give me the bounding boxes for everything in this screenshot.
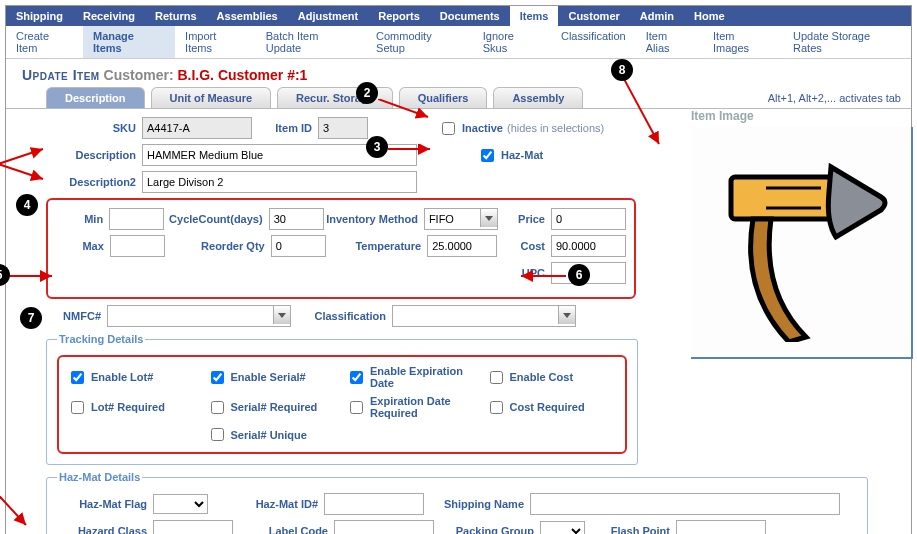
nmfc-input[interactable]	[107, 305, 291, 327]
chevron-down-icon[interactable]	[273, 306, 290, 324]
tab-unit-of-measure[interactable]: Unit of Measure	[151, 87, 272, 108]
price-label: Price	[498, 213, 551, 225]
tab-body: 1 2 3 4 5 6 7 8 9 SKU Item ID Inactive (…	[6, 109, 911, 534]
description-label: Description	[46, 149, 142, 161]
hazmat-label: Haz-Mat	[501, 149, 543, 161]
item-image-slot[interactable]	[691, 127, 913, 359]
cyclecount-input[interactable]	[269, 208, 324, 230]
sub-nav: Create ItemManage ItemsImport ItemsBatch…	[6, 26, 911, 59]
subnav-batch-item-update[interactable]: Batch Item Update	[256, 26, 366, 58]
hazmat-flash-input[interactable]	[676, 520, 766, 534]
hazmat-labelcode-label: Label Code	[233, 525, 334, 534]
hazmat-legend: Haz-Mat Details	[57, 471, 142, 483]
hazmat-flag-label: Haz-Mat Flag	[57, 498, 153, 510]
hazmat-checkbox[interactable]: Haz-Mat	[477, 146, 543, 165]
topnav-documents[interactable]: Documents	[430, 6, 510, 26]
topnav-shipping[interactable]: Shipping	[6, 6, 73, 26]
callout-6: 6	[568, 264, 590, 286]
hazmat-labelcode-input[interactable]	[334, 520, 434, 534]
subnav-import-items[interactable]: Import Items	[175, 26, 256, 58]
sku-label: SKU	[46, 122, 142, 134]
subnav-manage-items[interactable]: Manage Items	[83, 26, 175, 58]
max-label: Max	[56, 240, 110, 252]
nmfc-label: NMFC#	[46, 310, 107, 322]
topnav-assemblies[interactable]: Assemblies	[207, 6, 288, 26]
hazmat-ship-input[interactable]	[530, 493, 840, 515]
serial-required-checkbox[interactable]: Serial# Required	[207, 395, 339, 419]
subnav-commodity-setup[interactable]: Commodity Setup	[366, 26, 473, 58]
page-title-main: Update Item	[22, 67, 100, 83]
min-input[interactable]	[109, 208, 164, 230]
topnav-reports[interactable]: Reports	[368, 6, 430, 26]
svg-line-7	[0, 487, 26, 525]
itemid-input[interactable]	[318, 117, 368, 139]
sku-input[interactable]	[142, 117, 252, 139]
cost-input[interactable]	[551, 235, 626, 257]
tab-hint: Alt+1, Alt+2,... activates tab	[758, 88, 911, 108]
topnav-receiving[interactable]: Receiving	[73, 6, 145, 26]
hazmat-flag-select[interactable]	[153, 494, 208, 514]
enable-cost-checkbox[interactable]: Enable Cost	[486, 365, 618, 389]
enable-lot-checkbox[interactable]: Enable Lot#	[67, 365, 199, 389]
subnav-item-images[interactable]: Item Images	[703, 26, 783, 58]
cyclecount-label: CycleCount(days)	[164, 213, 269, 225]
max-input[interactable]	[110, 235, 165, 257]
classification-input[interactable]	[392, 305, 576, 327]
subnav-update-storage-rates[interactable]: Update Storage Rates	[783, 26, 911, 58]
inv-method-dropdown[interactable]	[424, 208, 498, 230]
hazmat-class-input[interactable]	[153, 520, 233, 534]
subnav-create-item[interactable]: Create Item	[6, 26, 83, 58]
min-label: Min	[56, 213, 109, 225]
inactive-label: Inactive	[462, 122, 503, 134]
subnav-item-alias[interactable]: Item Alias	[636, 26, 703, 58]
inv-method-label: Inventory Method	[324, 213, 424, 225]
inactive-hint: (hides in selections)	[507, 122, 604, 134]
temp-input[interactable]	[427, 235, 497, 257]
enable-serial-checkbox[interactable]: Enable Serial#	[207, 365, 339, 389]
temp-label: Temperature	[326, 240, 428, 252]
chevron-down-icon[interactable]	[480, 209, 497, 227]
topnav-admin[interactable]: Admin	[630, 6, 684, 26]
reorder-input[interactable]	[271, 235, 326, 257]
svg-rect-8	[731, 177, 836, 219]
chevron-down-icon[interactable]	[558, 306, 575, 324]
cost-required-checkbox[interactable]: Cost Required	[486, 395, 618, 419]
tab-qualifiers[interactable]: Qualifiers	[399, 87, 488, 108]
topnav-returns[interactable]: Returns	[145, 6, 207, 26]
classification-dropdown[interactable]	[392, 305, 576, 327]
item-image-title: Item Image	[691, 109, 911, 123]
inactive-checkbox[interactable]: Inactive (hides in selections)	[438, 119, 604, 138]
topnav-customer[interactable]: Customer	[558, 6, 629, 26]
enable-expiration-checkbox[interactable]: Enable Expiration Date	[346, 365, 478, 389]
topnav-items[interactable]: Items	[510, 6, 559, 26]
nmfc-dropdown[interactable]	[107, 305, 291, 327]
topnav-adjustment[interactable]: Adjustment	[288, 6, 369, 26]
hazmat-id-input[interactable]	[324, 493, 424, 515]
subnav-ignore-skus[interactable]: Ignore Skus	[473, 26, 551, 58]
hazmat-details-fieldset: Haz-Mat Details Haz-Mat Flag Haz-Mat ID#…	[46, 471, 868, 534]
tab-description[interactable]: Description	[46, 87, 145, 108]
lot-required-checkbox[interactable]: Lot# Required	[67, 395, 199, 419]
tab-assembly[interactable]: Assembly	[493, 87, 583, 108]
hazmat-packing-select[interactable]	[540, 521, 585, 534]
page-title-customer-label: Customer:	[104, 67, 174, 83]
itemid-label: Item ID	[252, 122, 318, 134]
classification-label: Classification	[291, 310, 392, 322]
expiration-required-checkbox[interactable]: Expiration Date Required	[346, 395, 478, 419]
hazmat-flash-label: Flash Point	[585, 525, 676, 534]
hazmat-checkbox-input[interactable]	[481, 149, 494, 162]
inactive-checkbox-input[interactable]	[442, 122, 455, 135]
hammer-icon	[711, 142, 891, 342]
callout-5: 5	[0, 264, 10, 286]
top-nav: ShippingReceivingReturnsAssembliesAdjust…	[6, 6, 911, 26]
price-input[interactable]	[551, 208, 626, 230]
description2-input[interactable]	[142, 171, 417, 193]
hazmat-id-label: Haz-Mat ID#	[208, 498, 324, 510]
serial-unique-checkbox[interactable]: Serial# Unique	[207, 425, 339, 444]
subnav-classification[interactable]: Classification	[551, 26, 636, 58]
svg-line-1	[0, 164, 43, 179]
topnav-home[interactable]: Home	[684, 6, 735, 26]
callout-7: 7	[20, 307, 42, 329]
callout-4: 4	[16, 194, 38, 216]
callout-2: 2	[356, 82, 378, 104]
